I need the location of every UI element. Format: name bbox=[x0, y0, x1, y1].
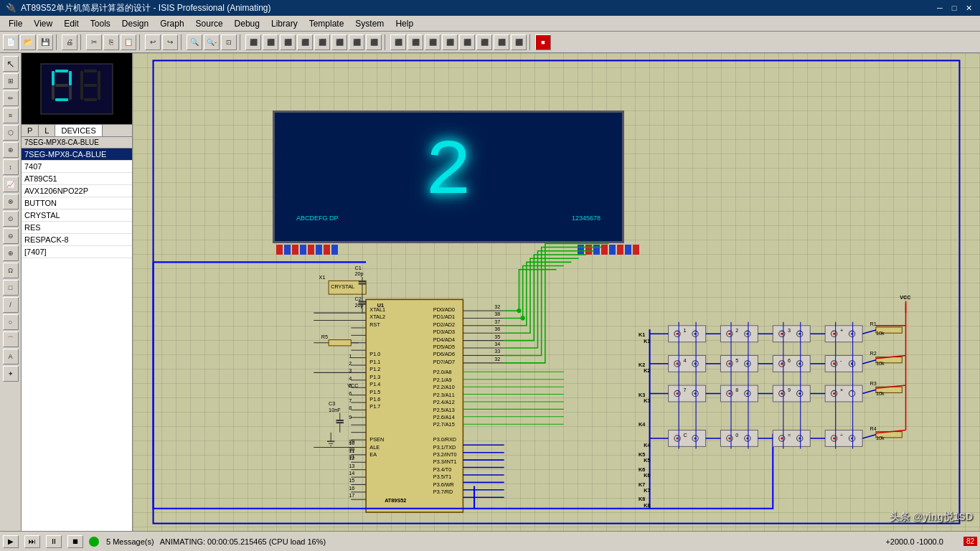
svg-point-213 bbox=[677, 437, 679, 439]
minimize-button[interactable]: ─ bbox=[934, 3, 946, 13]
component-tool[interactable]: ⊞ bbox=[3, 73, 19, 89]
wire-tool[interactable]: ✏ bbox=[3, 90, 19, 106]
2d-arc[interactable]: ⌒ bbox=[3, 331, 19, 347]
device-item[interactable]: 7407 bbox=[22, 161, 132, 173]
tb10[interactable]: ⬛ bbox=[297, 34, 313, 50]
graph-tool[interactable]: 📈 bbox=[3, 176, 19, 192]
device-item[interactable]: [7407] bbox=[22, 246, 132, 258]
svg-text:X1: X1 bbox=[319, 274, 326, 281]
tab-p[interactable]: P bbox=[22, 125, 39, 136]
stop-button[interactable]: ⏹ bbox=[67, 535, 83, 548]
tab-devices[interactable]: DEVICES bbox=[55, 125, 102, 136]
menu-item-template[interactable]: Template bbox=[303, 17, 350, 30]
tb11[interactable]: ⬛ bbox=[314, 34, 330, 50]
menu-item-help[interactable]: Help bbox=[390, 17, 419, 30]
menu-item-design[interactable]: Design bbox=[116, 17, 154, 30]
bus-tool[interactable]: ≡ bbox=[3, 108, 19, 123]
svg-text:P2.0/A8: P2.0/A8 bbox=[433, 369, 452, 375]
svg-text:2: 2 bbox=[349, 360, 352, 367]
device-item[interactable]: BUTTON bbox=[22, 197, 132, 209]
menu-item-system[interactable]: System bbox=[349, 17, 390, 30]
print-btn[interactable]: 🖨 bbox=[62, 34, 77, 50]
svg-text:ALE: ALE bbox=[369, 444, 380, 451]
menu-item-view[interactable]: View bbox=[28, 17, 58, 30]
undo-btn[interactable]: ↩ bbox=[145, 34, 161, 50]
2d-text[interactable]: A bbox=[3, 349, 19, 364]
canvas-area[interactable]: 2 ABCDEFG DP 12345678 bbox=[133, 53, 980, 531]
symbols[interactable]: ✦ bbox=[3, 366, 19, 382]
zoom-out-btn[interactable]: 🔍- bbox=[204, 34, 220, 50]
tb19[interactable]: ⬛ bbox=[459, 34, 475, 50]
copy-btn[interactable]: ⎘ bbox=[103, 34, 119, 50]
svg-text:10k: 10k bbox=[876, 435, 885, 441]
menu-item-debug[interactable]: Debug bbox=[229, 17, 265, 30]
paste-btn[interactable]: 📋 bbox=[121, 34, 136, 50]
menu-item-file[interactable]: File bbox=[3, 17, 28, 30]
generator-tool[interactable]: ⊙ bbox=[3, 211, 19, 227]
redo-btn[interactable]: ↪ bbox=[162, 34, 178, 50]
svg-line-249 bbox=[862, 390, 876, 393]
tb15[interactable]: ⬛ bbox=[390, 34, 406, 50]
tb21[interactable]: ⬛ bbox=[494, 34, 509, 50]
svg-rect-8 bbox=[80, 71, 83, 85]
tb8[interactable]: ⬛ bbox=[263, 34, 278, 50]
current-probe[interactable]: ⊕ bbox=[3, 245, 19, 261]
menu-item-graph[interactable]: Graph bbox=[154, 17, 189, 30]
menu-item-source[interactable]: Source bbox=[190, 17, 229, 30]
tab-l[interactable]: L bbox=[39, 125, 55, 136]
tb18[interactable]: ⬛ bbox=[442, 34, 458, 50]
device-item[interactable]: RES bbox=[22, 222, 132, 234]
virtual-inst[interactable]: Ω bbox=[3, 263, 19, 278]
pause-button[interactable]: ⏸ bbox=[46, 535, 62, 548]
play-button[interactable]: ▶ bbox=[3, 535, 19, 548]
device-item[interactable]: CRYSTAL bbox=[22, 209, 132, 222]
tb12[interactable]: ⬛ bbox=[331, 34, 347, 50]
2d-line[interactable]: / bbox=[3, 297, 19, 313]
title-controls[interactable]: ─ □ ✕ bbox=[934, 3, 974, 13]
voltage-probe[interactable]: ⊖ bbox=[3, 228, 19, 244]
svg-text:P1.5: P1.5 bbox=[369, 389, 380, 395]
tb9[interactable]: ⬛ bbox=[280, 34, 296, 50]
menu-item-edit[interactable]: Edit bbox=[58, 17, 85, 30]
close-button[interactable]: ✕ bbox=[963, 3, 974, 13]
tb22[interactable]: ⬛ bbox=[511, 34, 527, 50]
maximize-button[interactable]: □ bbox=[948, 3, 960, 13]
svg-rect-14 bbox=[98, 85, 100, 100]
sub-circuit-tool[interactable]: ⬡ bbox=[3, 125, 19, 141]
save-btn[interactable]: 💾 bbox=[37, 34, 53, 50]
svg-text:↓: ↓ bbox=[903, 294, 906, 301]
tape-tool[interactable]: ⊗ bbox=[3, 194, 19, 209]
version-number: 82 bbox=[963, 537, 977, 546]
svg-rect-15 bbox=[154, 60, 960, 523]
tb17[interactable]: ⬛ bbox=[425, 34, 440, 50]
tb7[interactable]: ⬛ bbox=[245, 34, 261, 50]
pin-tool[interactable]: ↕ bbox=[3, 159, 19, 175]
svg-rect-11 bbox=[98, 71, 100, 85]
device-item[interactable]: RESPACK-8 bbox=[22, 234, 132, 246]
step-button[interactable]: ⏭ bbox=[24, 535, 40, 548]
new-btn[interactable]: 📄 bbox=[3, 34, 19, 50]
menu-item-tools[interactable]: Tools bbox=[85, 17, 116, 30]
tb14[interactable]: ⬛ bbox=[366, 34, 382, 50]
svg-point-171 bbox=[728, 362, 730, 364]
svg-text:P2.5/A13: P2.5/A13 bbox=[433, 407, 455, 413]
tb13[interactable]: ⬛ bbox=[349, 34, 364, 50]
tb20[interactable]: ⬛ bbox=[476, 34, 492, 50]
device-item[interactable]: AVX1206NPO22P bbox=[22, 185, 132, 197]
menu-item-library[interactable]: Library bbox=[265, 17, 303, 30]
cut-btn[interactable]: ✂ bbox=[86, 34, 102, 50]
toolbar: 📄 📂 💾 🖨 ✂ ⎘ 📋 ↩ ↪ 🔍 🔍- ⊡ ⬛ ⬛ ⬛ ⬛ ⬛ ⬛ ⬛ ⬛… bbox=[0, 32, 980, 53]
tb23[interactable]: ■ bbox=[535, 34, 551, 50]
svg-text:33: 33 bbox=[494, 348, 500, 354]
zoom-in-btn[interactable]: 🔍 bbox=[187, 34, 202, 50]
open-btn[interactable]: 📂 bbox=[20, 34, 36, 50]
2d-circle[interactable]: ○ bbox=[3, 314, 19, 330]
tb16[interactable]: ⬛ bbox=[407, 34, 423, 50]
select-tool[interactable]: ↖ bbox=[3, 56, 19, 72]
component-preview bbox=[22, 53, 132, 125]
2d-box[interactable]: □ bbox=[3, 280, 19, 296]
terminal-tool[interactable]: ⊕ bbox=[3, 142, 19, 158]
device-item[interactable]: AT89C51 bbox=[22, 173, 132, 185]
device-item[interactable]: 7SEG-MPX8-CA-BLUE bbox=[22, 149, 132, 161]
zoom-fit-btn[interactable]: ⊡ bbox=[221, 34, 237, 50]
